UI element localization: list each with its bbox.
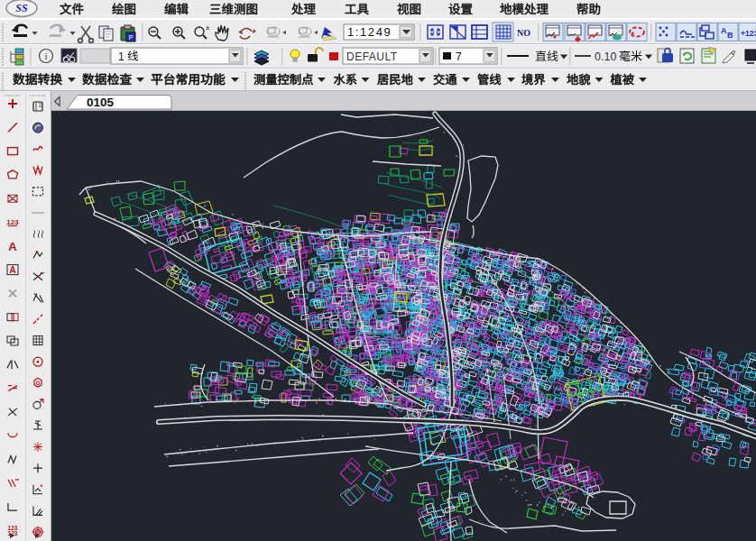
svg-text:SS: SS — [15, 2, 28, 14]
svg-text:A: A — [9, 265, 15, 275]
svg-text:123: 123 — [6, 218, 19, 226]
svg-text:+123: +123 — [741, 29, 756, 38]
svg-text:0.10: 0.10 — [595, 50, 616, 63]
svg-text:7: 7 — [456, 50, 462, 63]
svg-text:NO: NO — [517, 28, 530, 38]
svg-text:±: ± — [206, 23, 210, 32]
svg-text:1: 1 — [118, 50, 124, 63]
svg-text:B: B — [727, 31, 733, 40]
svg-text:DEFAULT: DEFAULT — [346, 50, 398, 63]
svg-text:i: i — [44, 50, 47, 61]
svg-text:1:1249: 1:1249 — [347, 25, 392, 39]
svg-text:A: A — [721, 26, 727, 35]
svg-text:A: A — [8, 240, 17, 253]
svg-text:0105: 0105 — [87, 96, 115, 109]
svg-text:P: P — [129, 34, 134, 41]
